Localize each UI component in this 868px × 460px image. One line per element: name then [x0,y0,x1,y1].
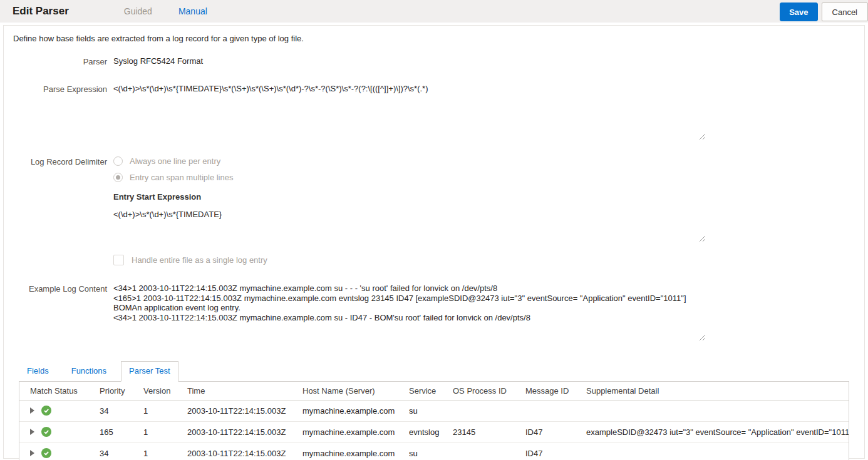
log-record-delimiter-row: Log Record Delimiter Always one line per… [4,156,864,265]
topbar-actions: Save Cancel [780,3,868,21]
parse-expression-label: Parse Expression [4,84,107,94]
bottom-tabs: Fields Functions Parser Test [19,361,849,381]
radio-always-one-line[interactable]: Always one line per entry [113,156,707,166]
match-success-icon [41,448,51,458]
table-row[interactable]: 165 1 2003-10-11T22:14:15.003Z mymachine… [19,421,849,442]
tab-parser-test[interactable]: Parser Test [121,361,178,382]
cell-version: 1 [143,421,187,442]
example-log-content-row: Example Log Content <34>1 2003-10-11T22:… [4,284,864,341]
entry-start-expression-textarea[interactable]: <(\d+)>\s*(\d+)\s*{TIMEDATE} [113,210,707,242]
log-record-delimiter-label: Log Record Delimiter [4,156,107,166]
single-entry-checkbox-label: Handle entire file as a single log entry [132,255,267,265]
cell-host: mymachine.example.com [302,400,409,421]
col-host-name: Host Name (Server) [302,382,409,400]
cell-version: 1 [143,400,187,421]
cell-host: mymachine.example.com [302,421,409,442]
single-entry-checkbox-row[interactable]: Handle entire file as a single log entry [113,255,707,265]
cell-message-id: ID47 [525,442,586,460]
col-os-process-id: OS Process ID [453,382,525,400]
cell-os-process-id: 23145 [453,421,525,442]
col-version: Version [143,382,187,400]
row-expand-icon[interactable] [30,429,34,435]
cell-os-process-id [453,400,525,421]
parse-expression-textarea[interactable]: <(\d+)>\s*(\d+)\s*{TIMEDATE}\s*(\S+)\s*(… [113,84,707,140]
row-expand-icon[interactable] [30,407,34,414]
col-match-status: Match Status [19,382,100,400]
radio-unselected-icon [113,156,123,166]
cell-message-id [525,400,586,421]
cell-priority: 34 [100,442,143,460]
table-header-row: Match Status Priority Version Time Host … [19,382,849,400]
cell-service: su [409,400,453,421]
save-button[interactable]: Save [780,3,817,21]
tab-fields[interactable]: Fields [19,361,57,381]
parser-test-table: Match Status Priority Version Time Host … [19,382,849,460]
radio-span-multiple-lines[interactable]: Entry can span multiple lines [113,173,707,182]
tab-manual[interactable]: Manual [178,6,207,16]
match-success-icon [41,427,51,437]
tab-guided[interactable]: Guided [124,6,152,16]
col-supplemental-detail: Supplemental Detail [586,382,849,400]
col-message-id: Message ID [525,382,586,400]
description-text: Define how base fields are extracted fro… [13,34,864,43]
cell-os-process-id [453,442,525,460]
tab-functions[interactable]: Functions [63,361,115,381]
cell-message-id: ID47 [525,421,586,442]
cancel-button[interactable]: Cancel [822,3,868,21]
row-expand-icon[interactable] [30,450,34,456]
cell-time: 2003-10-11T22:14:15.003Z [187,442,302,460]
parse-expression-row: Parse Expression <(\d+)>\s*(\d+)\s*{TIME… [4,84,864,140]
radio-selected-icon [113,173,123,182]
parser-test-section: Fields Functions Parser Test Match Statu… [19,361,849,460]
match-success-icon [41,406,51,416]
resize-grip-icon[interactable] [699,334,706,341]
cell-version: 1 [143,442,187,460]
mode-tabs: Guided Manual [124,6,207,16]
cell-supplemental-detail: exampleSDID@32473 iut="3" eventSource= "… [586,421,849,442]
cell-host: mymachine.example.com [302,442,409,460]
cell-supplemental-detail [586,400,849,421]
cell-time: 2003-10-11T22:14:15.003Z [187,400,302,421]
checkbox-unchecked-icon[interactable] [113,255,124,265]
parse-expression-value: <(\d+)>\s*(\d+)\s*{TIMEDATE}\s*(\S+)\s*(… [113,84,707,94]
radio-always-one-line-label: Always one line per entry [130,156,220,166]
content-panel: Define how base fields are extracted fro… [3,25,865,459]
parser-test-table-panel: Match Status Priority Version Time Host … [19,381,849,460]
table-row[interactable]: 34 1 2003-10-11T22:14:15.003Z mymachine.… [19,400,849,421]
example-log-content-value: <34>1 2003-10-11T22:14:15.003Z mymachine… [113,284,707,322]
parser-row: Parser Syslog RFC5424 Format [4,56,864,66]
cell-service: evntslog [409,421,453,442]
table-row[interactable]: 34 1 2003-10-11T22:14:15.003Z mymachine.… [19,442,849,460]
cell-time: 2003-10-11T22:14:15.003Z [187,421,302,442]
col-service: Service [409,382,453,400]
parser-label: Parser [4,56,107,66]
radio-span-multiple-lines-label: Entry can span multiple lines [130,173,233,182]
resize-grip-icon[interactable] [699,133,706,140]
example-log-content-label: Example Log Content [4,284,107,294]
cell-priority: 34 [100,400,143,421]
cell-supplemental-detail [586,442,849,460]
cell-priority: 165 [100,421,143,442]
cell-service: su [409,442,453,460]
col-priority: Priority [100,382,143,400]
parser-value: Syslog RFC5424 Format [113,56,707,66]
entry-start-expression-label: Entry Start Expression [113,192,707,202]
col-time: Time [187,382,302,400]
page-title: Edit Parser [13,5,69,18]
resize-grip-icon[interactable] [699,235,706,242]
example-log-content-textarea[interactable]: <34>1 2003-10-11T22:14:15.003Z mymachine… [113,284,707,341]
entry-start-expression-value: <(\d+)>\s*(\d+)\s*{TIMEDATE} [113,210,707,220]
header-bar: Edit Parser Guided Manual Save Cancel [0,0,868,23]
